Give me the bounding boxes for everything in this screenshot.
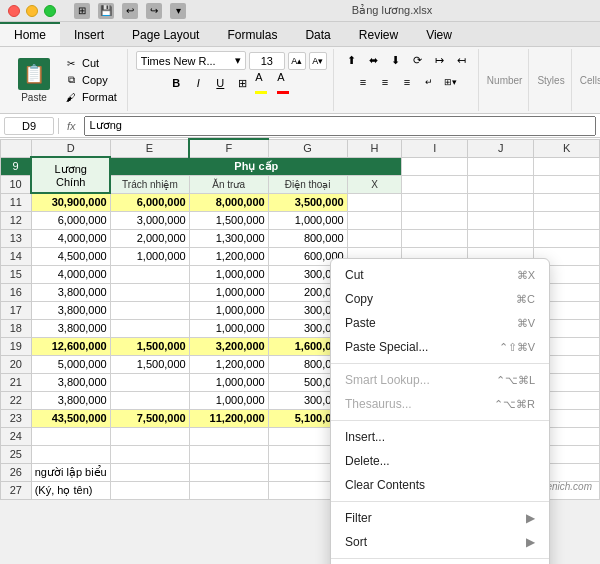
cell-F21[interactable]: 1,000,000 bbox=[189, 373, 268, 391]
save-icon[interactable]: 💾 bbox=[98, 3, 114, 19]
align-left-button[interactable]: ≡ bbox=[353, 73, 373, 91]
cell-J9[interactable] bbox=[468, 157, 534, 175]
col-header-D[interactable]: D bbox=[31, 139, 110, 157]
cell-I13[interactable] bbox=[402, 229, 468, 247]
fill-color-button[interactable]: A bbox=[254, 73, 274, 93]
cell-D17[interactable]: 3,800,000 bbox=[31, 301, 110, 319]
cell-E24[interactable] bbox=[110, 427, 189, 445]
row-header-10[interactable]: 10 bbox=[1, 175, 32, 193]
cell-D27[interactable]: (Ký, họ tên) bbox=[31, 481, 110, 499]
format-painter-button[interactable]: 🖌 Format bbox=[60, 89, 121, 105]
cell-I11[interactable] bbox=[402, 193, 468, 211]
row-header-13[interactable]: 13 bbox=[1, 229, 32, 247]
more-icon[interactable]: ▾ bbox=[170, 3, 186, 19]
row-header-11[interactable]: 11 bbox=[1, 193, 32, 211]
cell-J12[interactable] bbox=[468, 211, 534, 229]
wrap-text-button[interactable]: ↵ bbox=[419, 73, 439, 91]
align-right-button[interactable]: ≡ bbox=[397, 73, 417, 91]
cell-E16[interactable] bbox=[110, 283, 189, 301]
row-header-20[interactable]: 20 bbox=[1, 355, 32, 373]
cell-reference-input[interactable] bbox=[4, 117, 54, 135]
col-header-F[interactable]: F bbox=[189, 139, 268, 157]
align-bottom-button[interactable]: ⬇ bbox=[386, 51, 406, 69]
cell-E20[interactable]: 1,500,000 bbox=[110, 355, 189, 373]
row-header-19[interactable]: 19 bbox=[1, 337, 32, 355]
cell-E17[interactable] bbox=[110, 301, 189, 319]
cell-G10[interactable]: Điện thoại bbox=[268, 175, 347, 193]
cell-H13[interactable] bbox=[347, 229, 402, 247]
merge-center-button[interactable]: ⊞▾ bbox=[441, 73, 461, 91]
context-paste-special-button[interactable]: Paste Special... ⌃⇧⌘V bbox=[331, 335, 549, 359]
cell-D11[interactable]: 30,900,000 bbox=[31, 193, 110, 211]
cell-E26[interactable] bbox=[110, 463, 189, 481]
row-header-15[interactable]: 15 bbox=[1, 265, 32, 283]
context-copy-button[interactable]: Copy ⌘C bbox=[331, 287, 549, 311]
cell-J11[interactable] bbox=[468, 193, 534, 211]
row-header-25[interactable]: 25 bbox=[1, 445, 32, 463]
context-paste-button[interactable]: Paste ⌘V bbox=[331, 311, 549, 335]
cell-F18[interactable]: 1,000,000 bbox=[189, 319, 268, 337]
cell-F27[interactable] bbox=[189, 481, 268, 499]
cut-button[interactable]: ✂ Cut bbox=[60, 55, 121, 71]
cell-G12[interactable]: 1,000,000 bbox=[268, 211, 347, 229]
cell-F12[interactable]: 1,500,000 bbox=[189, 211, 268, 229]
cell-F23[interactable]: 11,200,000 bbox=[189, 409, 268, 427]
col-header-H[interactable]: H bbox=[347, 139, 402, 157]
tab-insert[interactable]: Insert bbox=[60, 22, 118, 46]
italic-button[interactable]: I bbox=[188, 73, 208, 93]
cell-D24[interactable] bbox=[31, 427, 110, 445]
col-header-J[interactable]: J bbox=[468, 139, 534, 157]
cell-D20[interactable]: 5,000,000 bbox=[31, 355, 110, 373]
formula-input[interactable] bbox=[84, 116, 596, 136]
cell-K10[interactable] bbox=[534, 175, 600, 193]
row-header-18[interactable]: 18 bbox=[1, 319, 32, 337]
cell-F10[interactable]: Ăn trưa bbox=[189, 175, 268, 193]
cell-E13[interactable]: 2,000,000 bbox=[110, 229, 189, 247]
font-size-decrease-button[interactable]: A▾ bbox=[309, 52, 327, 70]
row-header-12[interactable]: 12 bbox=[1, 211, 32, 229]
align-top-button[interactable]: ⬆ bbox=[342, 51, 362, 69]
cell-D14[interactable]: 4,500,000 bbox=[31, 247, 110, 265]
context-insert-button[interactable]: Insert... bbox=[331, 425, 549, 449]
row-header-14[interactable]: 14 bbox=[1, 247, 32, 265]
cell-E27[interactable] bbox=[110, 481, 189, 499]
col-header-G[interactable]: G bbox=[268, 139, 347, 157]
cell-K13[interactable] bbox=[534, 229, 600, 247]
context-delete-button[interactable]: Delete... bbox=[331, 449, 549, 473]
row-header-27[interactable]: 27 bbox=[1, 481, 32, 499]
cell-F24[interactable] bbox=[189, 427, 268, 445]
context-cut-button[interactable]: Cut ⌘X bbox=[331, 263, 549, 287]
cell-E12[interactable]: 3,000,000 bbox=[110, 211, 189, 229]
cell-F22[interactable]: 1,000,000 bbox=[189, 391, 268, 409]
cell-J10[interactable] bbox=[468, 175, 534, 193]
minimize-button[interactable] bbox=[26, 5, 38, 17]
tab-home[interactable]: Home bbox=[0, 22, 60, 46]
text-angle-button[interactable]: ⟳ bbox=[408, 51, 428, 69]
redo-icon[interactable]: ↪ bbox=[146, 3, 162, 19]
cell-E10[interactable]: Trách nhiệm bbox=[110, 175, 189, 193]
cell-K12[interactable] bbox=[534, 211, 600, 229]
cell-K9[interactable] bbox=[534, 157, 600, 175]
context-sort-button[interactable]: Sort ▶ bbox=[331, 530, 549, 554]
paste-button[interactable]: 📋 Paste bbox=[10, 54, 58, 107]
cell-D26[interactable]: người lập biểu bbox=[31, 463, 110, 481]
cell-D23[interactable]: 43,500,000 bbox=[31, 409, 110, 427]
cell-E25[interactable] bbox=[110, 445, 189, 463]
cell-F16[interactable]: 1,000,000 bbox=[189, 283, 268, 301]
cell-E22[interactable] bbox=[110, 391, 189, 409]
align-middle-button[interactable]: ⬌ bbox=[364, 51, 384, 69]
cell-G13[interactable]: 800,000 bbox=[268, 229, 347, 247]
row-header-21[interactable]: 21 bbox=[1, 373, 32, 391]
row-header-9[interactable]: 9 bbox=[1, 157, 32, 175]
copy-button[interactable]: ⧉ Copy bbox=[60, 72, 121, 88]
cell-H12[interactable] bbox=[347, 211, 402, 229]
cell-F13[interactable]: 1,300,000 bbox=[189, 229, 268, 247]
cell-F11[interactable]: 8,000,000 bbox=[189, 193, 268, 211]
maximize-button[interactable] bbox=[44, 5, 56, 17]
cell-F26[interactable] bbox=[189, 463, 268, 481]
cell-E18[interactable] bbox=[110, 319, 189, 337]
cell-H11[interactable] bbox=[347, 193, 402, 211]
font-size-increase-button[interactable]: A▴ bbox=[288, 52, 306, 70]
cell-K11[interactable] bbox=[534, 193, 600, 211]
underline-button[interactable]: U bbox=[210, 73, 230, 93]
